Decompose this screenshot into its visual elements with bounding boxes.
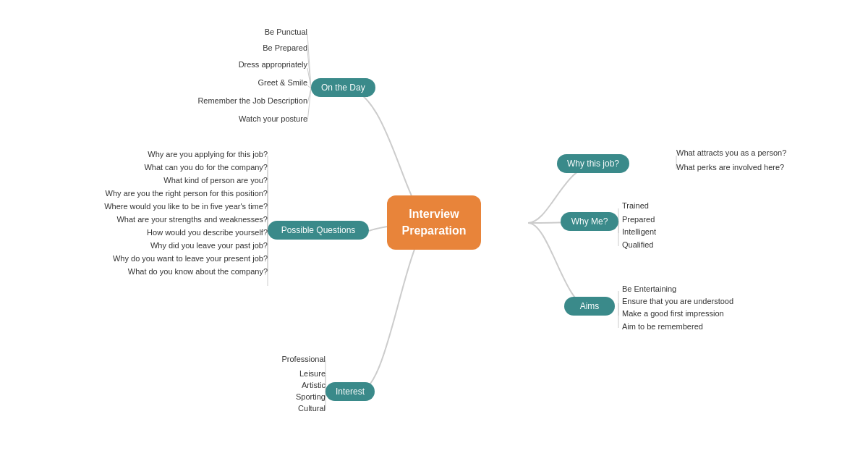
leaf-cultural: Cultural — [145, 404, 326, 413]
central-node: Interview Preparation — [387, 195, 481, 250]
svg-line-4 — [307, 88, 311, 104]
svg-line-0 — [307, 34, 311, 88]
branch-possible-questions: Possible Questions — [268, 221, 369, 240]
branch-aims: Aims — [564, 297, 615, 316]
mindmap-container: Interview Preparation On the Day Be Punc… — [0, 0, 868, 456]
leaf-qualified: Qualified — [622, 240, 653, 249]
leaf-intelligent: Intelligent — [622, 227, 656, 236]
svg-line-5 — [307, 88, 311, 122]
branch-interest-label: Interest — [336, 387, 365, 397]
leaf-posture: Watch your posture — [72, 114, 307, 123]
leaf-q6: What are your strengths and weaknesses? — [14, 215, 268, 224]
leaf-trained: Trained — [622, 201, 649, 210]
leaf-q3: What kind of person are you? — [14, 176, 268, 185]
branch-why-this-job: Why this job? — [557, 154, 629, 173]
leaf-be-prepared: Be Prepared — [72, 43, 307, 52]
leaf-understood: Ensure that you are understood — [622, 297, 733, 305]
leaf-prepared-me: Prepared — [622, 215, 655, 224]
leaf-professional: Professional — [145, 355, 326, 363]
leaf-dress: Dress appropriately — [72, 60, 307, 69]
branch-possible-questions-label: Possible Questions — [281, 225, 356, 235]
leaf-remember: Remember the Job Description — [72, 96, 307, 105]
leaf-q5: Where would you like to be in five year'… — [14, 202, 268, 211]
leaf-be-punctual: Be Punctual — [72, 28, 307, 36]
leaf-q1: Why are you applying for this job? — [14, 150, 268, 159]
leaf-q4: Why are you the right person for this po… — [14, 189, 268, 198]
branch-aims-label: Aims — [580, 301, 600, 311]
leaf-q10: What do you know about the company? — [14, 267, 268, 276]
svg-line-1 — [307, 51, 311, 88]
leaf-remembered: Aim to be remembered — [622, 322, 703, 331]
leaf-leisure: Leisure — [145, 369, 326, 378]
branch-on-the-day: On the Day — [311, 78, 375, 97]
branch-interest: Interest — [326, 382, 375, 401]
leaf-q7: How would you describe yourself? — [14, 228, 268, 237]
leaf-greet: Greet & Smile — [72, 78, 307, 87]
branch-why-me: Why Me? — [561, 212, 618, 231]
branch-on-the-day-label: On the Day — [321, 83, 365, 93]
branch-why-this-job-label: Why this job? — [567, 159, 619, 169]
leaf-q8: Why did you leave your past job? — [14, 241, 268, 250]
leaf-perks: What perks are involved here? — [676, 163, 784, 172]
leaf-q9: Why do you want to leave your present jo… — [14, 254, 268, 263]
branch-why-me-label: Why Me? — [571, 216, 608, 227]
leaf-first-impression: Make a good first impression — [622, 309, 724, 318]
leaf-q2: What can you do for the company? — [14, 163, 268, 172]
leaf-entertaining: Be Entertaining — [622, 284, 676, 293]
leaf-artistic: Artistic — [145, 381, 326, 389]
leaf-sporting: Sporting — [145, 392, 326, 401]
leaf-attracts: What attracts you as a person? — [676, 148, 786, 157]
